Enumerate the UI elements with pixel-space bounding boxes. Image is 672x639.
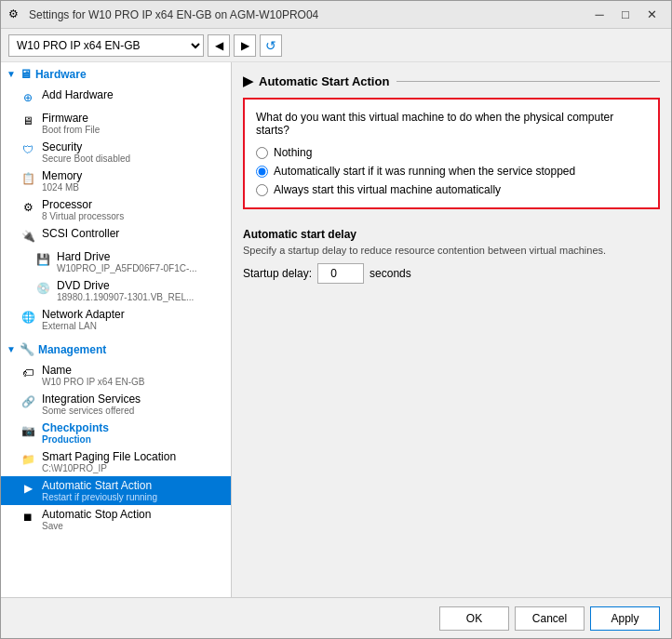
sidebar-item-name[interactable]: 🏷 Name W10 PRO IP x64 EN-GB <box>1 361 231 390</box>
hardware-icon: 🖥 <box>20 67 32 81</box>
name-icon: 🏷 <box>20 365 36 381</box>
title-bar: ⚙ Settings for W10 PRO IP x64 EN-GB on A… <box>1 1 671 29</box>
sidebar-item-paging[interactable]: 📁 Smart Paging File Location C:\W10PRO_I… <box>1 447 231 476</box>
sidebar-item-autostart[interactable]: ▶ Automatic Start Action Restart if prev… <box>1 476 231 505</box>
startup-delay-unit: seconds <box>370 267 411 280</box>
hard-drive-icon: 💾 <box>34 251 51 268</box>
checkpoints-text: Checkpoints Production <box>42 421 109 445</box>
main-window: ⚙ Settings for W10 PRO IP x64 EN-GB on A… <box>0 0 672 639</box>
paging-icon: 📁 <box>20 451 36 468</box>
management-collapse-icon: ▼ <box>7 344 16 354</box>
network-icon: 🌐 <box>20 309 36 326</box>
apply-button[interactable]: Apply <box>590 606 660 631</box>
firmware-icon: 🖥 <box>20 113 36 129</box>
back-button[interactable]: ◀ <box>208 34 230 57</box>
hard-drive-text: Hard Drive W10PRO_IP_A5FD06F7-0F1C-... <box>57 250 197 273</box>
sidebar: ▼ 🖥 Hardware ⊕ Add Hardware 🖥 Firmware B… <box>1 62 232 597</box>
radio-nothing[interactable]: Nothing <box>256 146 647 159</box>
memory-icon: 📋 <box>20 170 36 187</box>
refresh-button[interactable]: ↺ <box>260 34 282 57</box>
bottom-bar: OK Cancel Apply <box>1 597 671 638</box>
radio-always-start-label: Always start this virtual machine automa… <box>274 183 501 196</box>
management-section-header[interactable]: ▼ 🔧 Management <box>1 338 231 361</box>
hardware-section-header[interactable]: ▼ 🖥 Hardware <box>1 62 231 86</box>
scsi-icon: 🔌 <box>20 228 36 245</box>
network-text: Network Adapter External LAN <box>42 308 125 331</box>
processor-text: Processor 8 Virtual processors <box>42 198 124 221</box>
title-divider <box>396 81 660 82</box>
sidebar-item-hard-drive[interactable]: 💾 Hard Drive W10PRO_IP_A5FD06F7-0F1C-... <box>1 247 231 276</box>
radio-group: Nothing Automatically start if it was ru… <box>256 146 647 196</box>
autostart-text: Automatic Start Action Restart if previo… <box>42 479 157 502</box>
security-text: Security Secure Boot disabled <box>42 140 130 164</box>
sidebar-item-network[interactable]: 🌐 Network Adapter External LAN <box>1 305 231 334</box>
sidebar-item-autostop[interactable]: ⏹ Automatic Stop Action Save <box>1 505 231 534</box>
integration-text: Integration Services Some services offer… <box>42 393 141 416</box>
sidebar-item-dvd[interactable]: 💿 DVD Drive 18980.1.190907-1301.VB_REL..… <box>1 276 231 305</box>
minimize-button[interactable]: ─ <box>587 6 612 24</box>
sidebar-item-add-hardware[interactable]: ⊕ Add Hardware <box>1 86 231 109</box>
add-hardware-text: Add Hardware <box>42 88 114 101</box>
startup-delay-row: Startup delay: seconds <box>243 263 660 284</box>
cancel-button[interactable]: Cancel <box>515 606 585 631</box>
section-title: ▶ Automatic Start Action <box>243 73 660 88</box>
paging-text: Smart Paging File Location C:\W10PRO_IP <box>42 450 176 473</box>
startup-delay-section: Automatic start delay Specify a startup … <box>243 220 660 291</box>
ok-button[interactable]: OK <box>439 606 509 631</box>
radio-auto-start[interactable]: Automatically start if it was running wh… <box>256 165 647 178</box>
hardware-collapse-icon: ▼ <box>7 69 16 79</box>
sidebar-item-security[interactable]: 🛡 Security Secure Boot disabled <box>1 138 231 166</box>
main-area: ▼ 🖥 Hardware ⊕ Add Hardware 🖥 Firmware B… <box>1 62 671 597</box>
integration-icon: 🔗 <box>20 393 36 410</box>
security-icon: 🛡 <box>20 141 36 158</box>
maximize-button[interactable]: □ <box>613 6 638 24</box>
sidebar-item-memory[interactable]: 📋 Memory 1024 MB <box>1 166 231 195</box>
radio-always-start-input[interactable] <box>256 184 268 196</box>
dvd-text: DVD Drive 18980.1.190907-1301.VB_REL... <box>57 279 194 302</box>
autostop-text: Automatic Stop Action Save <box>42 508 151 531</box>
add-hardware-icon: ⊕ <box>20 89 36 106</box>
dvd-icon: 💿 <box>34 280 51 297</box>
radio-nothing-input[interactable] <box>256 147 268 159</box>
sidebar-item-integration[interactable]: 🔗 Integration Services Some services off… <box>1 390 231 419</box>
management-label: Management <box>38 343 106 356</box>
hardware-label: Hardware <box>35 68 87 81</box>
section-title-text: Automatic Start Action <box>259 74 389 88</box>
sidebar-item-checkpoints[interactable]: 📷 Checkpoints Production <box>1 419 231 447</box>
sidebar-item-firmware[interactable]: 🖥 Firmware Boot from File <box>1 109 231 138</box>
title-bar-buttons: ─ □ ✕ <box>587 6 664 24</box>
forward-button[interactable]: ▶ <box>234 34 256 57</box>
close-button[interactable]: ✕ <box>639 6 664 24</box>
autostop-icon: ⏹ <box>20 509 36 526</box>
section-icon: ▶ <box>243 73 253 88</box>
radio-auto-start-label: Automatically start if it was running wh… <box>274 165 575 178</box>
autostart-icon: ▶ <box>20 480 36 497</box>
autostart-content-box: What do you want this virtual machine to… <box>243 98 660 209</box>
startup-delay-desc: Specify a startup delay to reduce resour… <box>243 245 660 256</box>
question-text: What do you want this virtual machine to… <box>256 111 647 137</box>
vm-dropdown[interactable]: W10 PRO IP x64 EN-GB <box>8 34 204 57</box>
memory-text: Memory 1024 MB <box>42 169 82 193</box>
radio-auto-start-input[interactable] <box>256 166 268 178</box>
window-icon: ⚙ <box>8 7 23 22</box>
startup-delay-input[interactable] <box>317 263 364 284</box>
radio-nothing-label: Nothing <box>274 146 312 159</box>
startup-delay-label: Startup delay: <box>243 267 312 280</box>
right-panel: ▶ Automatic Start Action What do you wan… <box>232 62 671 597</box>
sidebar-item-processor[interactable]: ⚙ Processor 8 Virtual processors <box>1 195 231 224</box>
window-title: Settings for W10 PRO IP x64 EN-GB on AGM… <box>29 8 587 21</box>
name-text: Name W10 PRO IP x64 EN-GB <box>42 364 144 387</box>
firmware-text: Firmware Boot from File <box>42 112 100 135</box>
management-icon: 🔧 <box>20 342 34 356</box>
startup-delay-title: Automatic start delay <box>243 228 660 241</box>
radio-always-start[interactable]: Always start this virtual machine automa… <box>256 183 647 196</box>
toolbar: W10 PRO IP x64 EN-GB ◀ ▶ ↺ <box>1 29 671 62</box>
scsi-text: SCSI Controller <box>42 227 119 240</box>
checkpoints-icon: 📷 <box>20 422 36 439</box>
sidebar-item-scsi[interactable]: 🔌 SCSI Controller <box>1 224 231 247</box>
processor-icon: ⚙ <box>20 199 36 216</box>
